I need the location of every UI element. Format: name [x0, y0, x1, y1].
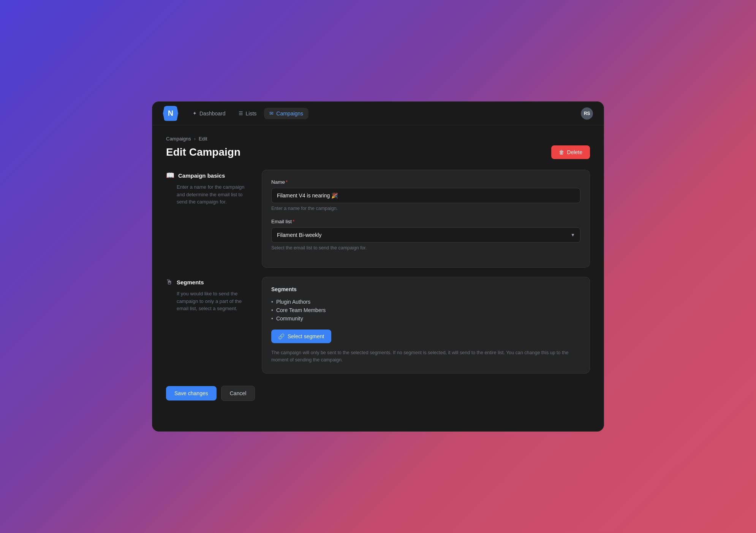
- user-avatar[interactable]: RS: [581, 107, 593, 120]
- campaign-basics-meta: 📖 Campaign basics Enter a name for the c…: [166, 170, 250, 268]
- app-window: N ✦ Dashboard ☰ Lists ✉ Campaigns RS Cam…: [152, 101, 604, 432]
- email-list-form-group: Email list* Filament Bi-weekly Filament …: [271, 219, 580, 251]
- campaign-basics-header: 📖 Campaign basics: [166, 171, 250, 180]
- campaign-basics-title: Campaign basics: [178, 172, 225, 179]
- delete-button[interactable]: 🗑 Delete: [551, 145, 590, 159]
- trash-icon: 🗑: [559, 149, 564, 155]
- select-segment-label: Select segment: [288, 333, 324, 339]
- nav-item-dashboard-label: Dashboard: [199, 110, 226, 117]
- segments-card: Segments Plugin Authors Core Team Member…: [262, 277, 590, 374]
- navbar: N ✦ Dashboard ☰ Lists ✉ Campaigns RS: [152, 102, 604, 125]
- nav-item-campaigns[interactable]: ✉ Campaigns: [264, 108, 308, 119]
- segments-desc: If you would like to send the campaign t…: [166, 290, 250, 312]
- nav-item-lists-label: Lists: [246, 110, 257, 117]
- segment-item-2: Core Team Members: [271, 306, 580, 314]
- segments-section: 🖱 Segments If you would like to send the…: [166, 277, 590, 374]
- nav-item-campaigns-label: Campaigns: [276, 110, 303, 117]
- name-input[interactable]: [271, 188, 580, 203]
- page-content: Campaigns › Edit Edit Campaign 🗑 Delete …: [152, 125, 604, 431]
- link-icon: 🔗: [278, 333, 285, 339]
- campaigns-icon: ✉: [269, 110, 274, 116]
- campaign-basics-card: Name* Enter a name for the campaign. Ema…: [262, 170, 590, 268]
- select-segment-button[interactable]: 🔗 Select segment: [271, 330, 331, 343]
- segment-item-3: Community: [271, 314, 580, 323]
- segments-title: Segments: [177, 279, 204, 285]
- breadcrumb-separator: ›: [194, 136, 196, 142]
- segment-item-1: Plugin Authors: [271, 298, 580, 306]
- email-list-label: Email list*: [271, 219, 580, 224]
- segments-meta: 🖱 Segments If you would like to send the…: [166, 277, 250, 374]
- breadcrumb: Campaigns › Edit: [166, 136, 590, 142]
- breadcrumb-parent[interactable]: Campaigns: [166, 136, 191, 142]
- cancel-button[interactable]: Cancel: [221, 386, 255, 401]
- segment-list: Plugin Authors Core Team Members Communi…: [271, 298, 580, 323]
- email-list-hint: Select the email list to send the campai…: [271, 245, 580, 251]
- segments-note: The campaign will only be sent to the se…: [271, 349, 580, 364]
- segments-card-title: Segments: [271, 286, 580, 292]
- footer-buttons: Save changes Cancel: [166, 383, 590, 401]
- campaign-basics-desc: Enter a name for the campaign and determ…: [166, 183, 250, 206]
- nav-item-lists[interactable]: ☰ Lists: [233, 108, 262, 119]
- name-form-group: Name* Enter a name for the campaign.: [271, 179, 580, 211]
- name-label: Name*: [271, 179, 580, 185]
- campaign-basics-section: 📖 Campaign basics Enter a name for the c…: [166, 170, 590, 268]
- segments-icon: 🖱: [166, 278, 173, 286]
- email-list-select-wrapper: Filament Bi-weekly Filament Weekly Filam…: [271, 227, 580, 243]
- email-list-select[interactable]: Filament Bi-weekly Filament Weekly Filam…: [271, 227, 580, 243]
- save-button[interactable]: Save changes: [166, 386, 217, 401]
- page-header: Edit Campaign 🗑 Delete: [166, 145, 590, 159]
- page-title: Edit Campaign: [166, 146, 240, 158]
- lists-icon: ☰: [239, 110, 243, 116]
- segments-header: 🖱 Segments: [166, 278, 250, 286]
- app-logo: N: [163, 106, 178, 121]
- nav-items: ✦ Dashboard ☰ Lists ✉ Campaigns: [187, 108, 581, 119]
- email-list-required: *: [293, 219, 294, 224]
- delete-button-label: Delete: [567, 149, 582, 155]
- nav-item-dashboard[interactable]: ✦ Dashboard: [187, 108, 231, 119]
- dashboard-icon: ✦: [193, 110, 197, 116]
- book-icon: 📖: [166, 171, 174, 180]
- name-required: *: [286, 179, 288, 185]
- breadcrumb-current: Edit: [199, 136, 207, 142]
- name-hint: Enter a name for the campaign.: [271, 206, 580, 211]
